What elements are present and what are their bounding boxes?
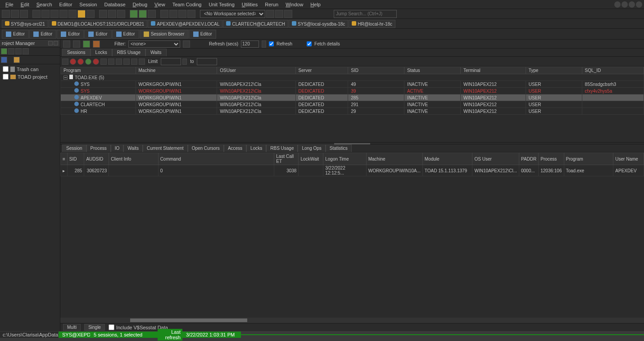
menu-debug[interactable]: Debug (129, 1, 151, 8)
subtab-waits[interactable]: Waits (145, 49, 167, 56)
limit-from-input[interactable] (161, 58, 181, 65)
pt-folder-icon[interactable] (14, 57, 20, 63)
detail-col-module[interactable]: Module (422, 153, 472, 165)
connection-tab[interactable]: DEMO1@LOCALHOST:1521/ORCLPDB21 (49, 20, 147, 28)
editor-tab[interactable]: Editor (112, 30, 139, 39)
refresh-secs-input[interactable] (241, 40, 259, 48)
tool-explain-icon[interactable] (86, 10, 95, 18)
tool-rebuild-icon[interactable] (59, 10, 68, 18)
pt-refresh-icon[interactable] (15, 48, 22, 54)
session-row[interactable]: APEXDEVWORKGROUP\WIN1WIN10APEX212\ClaDED… (61, 94, 644, 101)
tool-save-icon[interactable] (20, 10, 28, 18)
ab-select-icon[interactable] (62, 58, 68, 65)
ab-redo-icon[interactable] (139, 58, 145, 65)
col-terminal[interactable]: Terminal (460, 67, 526, 74)
col-sql_id[interactable]: SQL_ID (582, 67, 644, 74)
ab-tool1-icon[interactable] (108, 58, 114, 65)
panel-close-icon[interactable] (54, 41, 58, 45)
jump-search-input[interactable] (334, 10, 397, 18)
detail-col-paddr[interactable]: PADDR (519, 153, 538, 165)
detail-col-client-info[interactable]: Client Info (109, 153, 158, 165)
menu-team-coding[interactable]: Team Coding (169, 1, 205, 8)
menu-session[interactable]: Session (76, 1, 100, 8)
col-program[interactable]: Program (61, 67, 136, 74)
ab-tool3-icon[interactable] (123, 58, 130, 65)
detail-col-logon-time[interactable]: Logon Time (323, 153, 366, 165)
col-indicator[interactable]: ≡ (61, 153, 68, 165)
tool-execute-icon[interactable] (77, 10, 86, 18)
panel-pin-icon[interactable] (48, 41, 53, 45)
col-machine[interactable]: Machine (136, 67, 217, 74)
nav-forward-icon[interactable] (73, 40, 80, 48)
detail-tab-statistics[interactable]: Statistics (326, 144, 352, 152)
fetch-details-check[interactable] (307, 41, 312, 46)
detail-tab-session[interactable]: Session (62, 144, 86, 152)
pt-view1-icon[interactable] (1, 57, 7, 63)
tool-ws2-icon[interactable] (275, 10, 283, 18)
limit-dropdown-icon[interactable] (182, 58, 187, 65)
detail-col-last-call-et[interactable]: Last Call ET (274, 153, 299, 165)
restore-icon[interactable] (629, 1, 635, 8)
detail-col-process[interactable]: Process (539, 153, 564, 165)
tool-toggle-icon[interactable] (117, 10, 125, 18)
col-type[interactable]: Type (526, 67, 582, 74)
subtab-locks[interactable]: Locks (91, 49, 112, 56)
multi-tab[interactable]: Multi (63, 324, 81, 331)
detail-col-user-name[interactable]: User Name (613, 153, 644, 165)
editor-tab[interactable]: Editor (189, 30, 216, 39)
splitter[interactable] (60, 142, 644, 144)
detail-tab-waits[interactable]: Waits (123, 144, 143, 152)
detail-tab-process[interactable]: Process (86, 144, 111, 152)
tree-check[interactable] (3, 66, 9, 72)
refresh-check[interactable] (269, 41, 274, 46)
ab-undo-icon[interactable] (131, 58, 137, 65)
tree-check[interactable] (3, 74, 9, 80)
col-server[interactable]: Server (295, 67, 348, 74)
ab-rec-icon[interactable] (93, 58, 99, 65)
session-row[interactable]: SYSWORKGROUP\WIN1WIN10APEX212\ClaDEDICAT… (61, 88, 644, 94)
tree-toad-project[interactable]: TOAD project (1, 73, 59, 81)
horizontal-scrollbar[interactable] (60, 318, 644, 323)
pt-add-icon[interactable] (1, 48, 7, 54)
pt-config-icon[interactable] (23, 48, 29, 54)
tool-ws1-icon[interactable] (266, 10, 274, 18)
session-row[interactable]: CLARTECHWORKGROUP\WIN1WIN10APEX212\ClaDE… (61, 101, 644, 108)
tool-ws3-icon[interactable] (284, 10, 292, 18)
subtab-sessions[interactable]: Sessions (62, 49, 91, 56)
col-status[interactable]: Status (404, 67, 461, 74)
filter-select[interactable]: <none> (128, 40, 180, 48)
menu-window[interactable]: Window (282, 1, 307, 8)
detail-tab-long-ops[interactable]: Long Ops (298, 144, 325, 152)
menu-editor[interactable]: Editor (56, 1, 76, 8)
tool-new-icon[interactable] (2, 10, 10, 18)
editor-tab[interactable]: Editor (57, 30, 84, 39)
subtab-rbs-usage[interactable]: RBS Usage (112, 49, 145, 56)
tool-find-icon[interactable] (68, 10, 77, 18)
connection-tab[interactable]: APEXDEV@APEXDEV.LOCAL (148, 20, 222, 28)
tool-session-icon[interactable] (32, 10, 41, 18)
filter-ellipsis-icon[interactable] (183, 40, 190, 48)
minimize-icon[interactable] (614, 1, 621, 8)
detail-row[interactable]: ▸ 285 30620723 0 3038 3/22/2022 12:12:5.… (61, 165, 644, 176)
connection-tab[interactable]: SYS@local-sysdba-18c (289, 20, 348, 28)
col-osuser[interactable]: OSUser (217, 67, 295, 74)
tree-trash-can[interactable]: Trash can (1, 65, 59, 73)
detail-col-lockwait[interactable]: LockWait (299, 153, 323, 165)
session-detail-grid[interactable]: ≡SIDAUDSIDClient InfoCommandLast Call ET… (60, 153, 644, 323)
single-tab[interactable]: Single (84, 324, 105, 331)
collapse-icon[interactable]: − (63, 76, 68, 80)
options-icon[interactable] (93, 40, 100, 48)
editor-tab[interactable]: Editor (2, 30, 29, 39)
col-sid[interactable]: SID (348, 67, 404, 74)
tool-opt3-icon[interactable] (178, 10, 186, 18)
splitter-handle-icon[interactable] (334, 143, 370, 144)
maximize-icon[interactable] (621, 1, 628, 8)
detail-tab-access[interactable]: Access (224, 144, 246, 152)
editor-tab[interactable]: Editor (29, 30, 56, 39)
tool-open-icon[interactable] (11, 10, 19, 18)
detail-col-command[interactable]: Command (158, 153, 274, 165)
detail-col-sid[interactable]: SID (67, 153, 84, 165)
tool-rollback-icon[interactable] (108, 10, 116, 18)
detail-col-machine[interactable]: Machine (366, 153, 422, 165)
tool-commit-icon[interactable] (99, 10, 107, 18)
